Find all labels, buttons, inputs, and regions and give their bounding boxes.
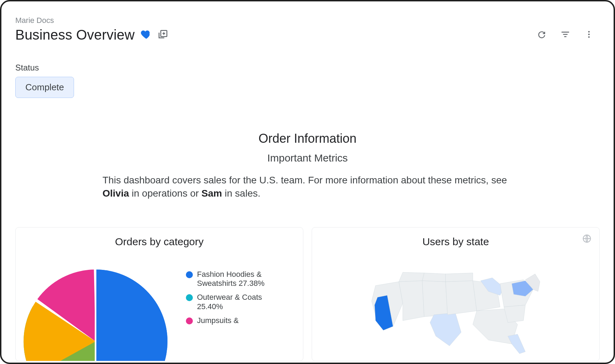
contact-sam: Sam	[202, 188, 222, 199]
legend-item[interactable]: Fashion Hoodies & Sweatshirts 27.38%	[186, 270, 283, 288]
section-title: Order Information	[15, 131, 600, 146]
breadcrumb[interactable]: Marie Docs	[15, 16, 600, 25]
legend-label: Outerwear & Coats 25.40%	[197, 293, 283, 311]
desc-text: This dashboard covers sales for the U.S.…	[102, 175, 507, 185]
page-title: Business Overview	[15, 27, 135, 43]
legend-item[interactable]: Jumpsuits &	[186, 316, 283, 325]
card-title: Users by state	[322, 236, 590, 248]
svg-point-4	[588, 31, 590, 32]
card-users-by-state[interactable]: Users by state	[312, 227, 600, 361]
filter-icon[interactable]	[561, 30, 570, 40]
status-label: Status	[15, 63, 600, 73]
favorite-heart-icon[interactable]	[140, 28, 152, 42]
legend-label: Jumpsuits &	[197, 316, 239, 325]
section-description: This dashboard covers sales for the U.S.…	[89, 174, 526, 200]
desc-text: in operations or	[129, 188, 202, 199]
more-vert-icon[interactable]	[584, 30, 593, 40]
legend-item[interactable]: Outerwear & Coats 25.40%	[186, 293, 283, 311]
pie-legend: Fashion Hoodies & Sweatshirts 27.38% Out…	[186, 270, 283, 325]
pie-chart[interactable]	[16, 262, 175, 341]
contact-olivia: Olivia	[102, 188, 129, 199]
legend-label: Fashion Hoodies & Sweatshirts 27.38%	[197, 270, 283, 288]
info-section: Order Information Important Metrics This…	[15, 131, 600, 200]
svg-point-6	[588, 36, 590, 38]
add-to-collection-icon[interactable]	[158, 29, 168, 41]
card-title: Orders by category	[25, 236, 293, 248]
svg-point-5	[588, 33, 590, 35]
section-subtitle: Important Metrics	[15, 152, 600, 164]
legend-dot-icon	[186, 271, 193, 278]
globe-icon[interactable]	[582, 234, 592, 245]
title-row: Business Overview	[15, 27, 600, 43]
card-orders-by-category[interactable]: Orders by category	[15, 227, 303, 361]
desc-text: in sales.	[222, 188, 261, 199]
refresh-icon[interactable]	[537, 30, 546, 40]
legend-dot-icon	[186, 317, 193, 324]
us-map[interactable]	[322, 262, 590, 361]
status-chip[interactable]: Complete	[15, 77, 74, 98]
legend-dot-icon	[186, 294, 193, 301]
